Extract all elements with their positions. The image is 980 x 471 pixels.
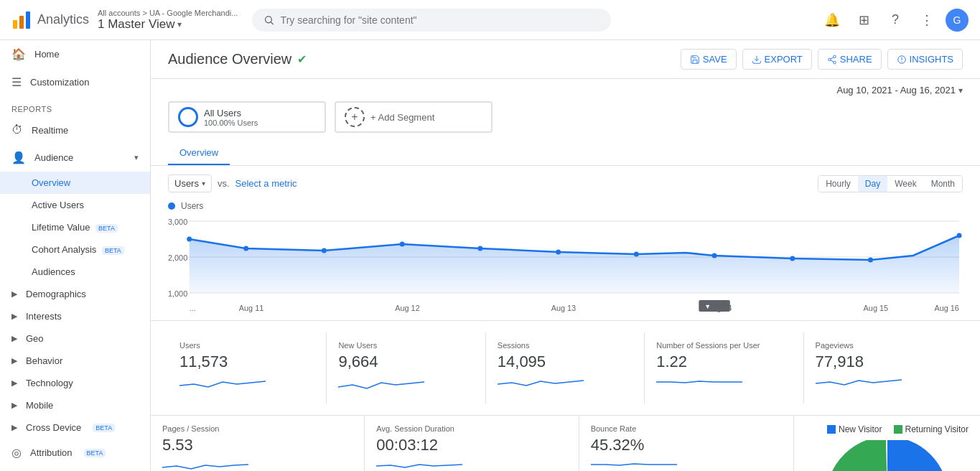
sidebar-item-realtime[interactable]: ⏱ Realtime <box>0 116 150 144</box>
svg-rect-2 <box>26 11 30 29</box>
help-icon[interactable]: ? <box>882 7 908 33</box>
svg-point-12 <box>901 61 902 62</box>
sidebar-item-cross-device[interactable]: ▶ Cross Device BETA <box>0 416 150 439</box>
notifications-icon[interactable]: 🔔 <box>819 7 845 33</box>
account-path: All accounts > UA - Google Merchandi... <box>98 9 238 17</box>
pages-session-label: Pages / Session <box>162 424 353 433</box>
svg-text:Aug 11: Aug 11 <box>239 304 263 312</box>
view-selector[interactable]: 1 Master View ▾ <box>98 17 238 32</box>
time-buttons: Hourly Day Week Month <box>818 175 963 192</box>
svg-text:Aug 16: Aug 16 <box>934 304 958 312</box>
sidebar-item-interests[interactable]: ▶ Interests <box>0 305 150 327</box>
svg-point-26 <box>634 252 639 257</box>
avg-session-sparkline <box>376 454 462 471</box>
pie-chart: 76.4% 23.6% <box>830 440 945 471</box>
metric-users-label: Users <box>179 341 314 350</box>
top-bar: Analytics All accounts > UA - Google Mer… <box>0 0 980 40</box>
svg-point-7 <box>829 58 831 61</box>
returning-visitor-legend: Returning Visitor <box>894 424 969 434</box>
select-metric[interactable]: Select a metric <box>235 178 297 189</box>
metric-sessions-value: 14,095 <box>498 353 633 371</box>
header-actions: SAVE EXPORT SHARE INSIGHTS <box>681 49 963 70</box>
svg-text:...: ... <box>190 304 196 312</box>
metric-dropdown-icon: ▾ <box>202 179 205 187</box>
sidebar-sub-lifetime-value[interactable]: Lifetime Value BETA <box>0 216 150 238</box>
time-btn-day[interactable]: Day <box>858 176 887 192</box>
svg-point-29 <box>868 258 873 263</box>
time-btn-week[interactable]: Week <box>887 176 923 192</box>
sidebar-item-audience[interactable]: 👤 Audience ▾ <box>0 144 150 172</box>
sidebar-item-behavior[interactable]: ▶ Behavior <box>0 350 150 372</box>
metric-bounce-rate: Bounce Rate 45.32% <box>579 416 793 471</box>
sidebar-item-geo[interactable]: ▶ Geo <box>0 327 150 350</box>
metric-users-value: 11,573 <box>179 353 314 371</box>
svg-text:3,000: 3,000 <box>168 218 187 226</box>
metric-selector[interactable]: Users ▾ <box>168 174 212 192</box>
audience-collapse-icon: ▾ <box>134 153 139 162</box>
sidebar-sub-cohort-analysis[interactable]: Cohort Analysis BETA <box>0 238 150 261</box>
metric-avg-session: Avg. Session Duration 00:03:12 <box>365 416 579 471</box>
add-segment[interactable]: + + Add Segment <box>335 101 493 133</box>
sidebar-item-customization[interactable]: ☰ Customization <box>0 68 150 96</box>
svg-point-23 <box>400 242 405 247</box>
new-users-sparkline <box>338 371 424 393</box>
mobile-expand-icon: ▶ <box>11 401 17 410</box>
logo-text: Analytics <box>37 12 89 27</box>
avg-session-label: Avg. Session Duration <box>376 424 566 433</box>
chart-area: Users 3,000 2,000 1,000 <box>151 195 980 320</box>
lifetime-value-beta: BETA <box>95 224 118 233</box>
sidebar-item-home[interactable]: 🏠 Home <box>0 40 150 68</box>
all-users-segment[interactable]: All Users 100.00% Users <box>168 101 326 133</box>
metric-sessions-per-user-value: 1.22 <box>656 353 791 371</box>
time-btn-hourly[interactable]: Hourly <box>818 176 858 192</box>
sidebar-item-demographics[interactable]: ▶ Demographics <box>0 283 150 305</box>
page-title: Audience Overview <box>168 51 291 67</box>
svg-line-4 <box>271 22 274 24</box>
save-button[interactable]: SAVE <box>681 49 737 70</box>
sidebar-item-discover[interactable]: 💡 Discover <box>0 467 150 471</box>
sidebar-sub-overview[interactable]: Overview <box>0 172 150 194</box>
svg-point-22 <box>322 248 327 253</box>
chart-legend: Users <box>168 201 963 211</box>
svg-text:Aug 13: Aug 13 <box>551 304 576 312</box>
metric-pageviews-value: 77,918 <box>816 353 951 371</box>
svg-point-6 <box>834 55 836 58</box>
attribution-icon: ◎ <box>11 446 22 460</box>
sidebar: 🏠 Home ☰ Customization REPORTS ⏱ Realtim… <box>0 40 151 471</box>
time-btn-month[interactable]: Month <box>924 176 962 192</box>
avatar[interactable]: G <box>946 9 969 32</box>
technology-expand-icon: ▶ <box>11 378 17 388</box>
svg-point-20 <box>187 237 192 242</box>
sidebar-sub-active-users[interactable]: Active Users <box>0 194 150 216</box>
page-title-area: Audience Overview ✔ <box>168 51 672 67</box>
top-icons: 🔔 ⊞ ? ⋮ G <box>819 7 969 33</box>
insights-button[interactable]: INSIGHTS <box>887 49 963 70</box>
metrics-grid: Users 11,573 New Users 9,664 Sessions 14… <box>151 320 980 415</box>
sidebar-item-attribution[interactable]: ◎ Attribution BETA <box>0 439 150 467</box>
svg-text:1,000: 1,000 <box>168 289 187 298</box>
ga-logo-icon <box>11 10 32 30</box>
search-icon <box>263 14 274 26</box>
more-icon[interactable]: ⋮ <box>914 7 940 33</box>
tab-overview[interactable]: Overview <box>168 141 230 165</box>
svg-point-27 <box>712 253 717 258</box>
share-button[interactable]: SHARE <box>818 49 882 70</box>
svg-text:2,000: 2,000 <box>168 253 187 262</box>
sessions-per-user-sparkline <box>656 371 742 393</box>
date-range-arrow: ▾ <box>958 85 963 95</box>
svg-line-9 <box>831 60 834 61</box>
apps-icon[interactable]: ⊞ <box>851 7 877 33</box>
audience-icon: 👤 <box>11 151 26 164</box>
svg-point-30 <box>957 233 962 238</box>
line-chart: 3,000 2,000 1,000 <box>168 214 963 318</box>
svg-text:▼: ▼ <box>704 303 711 310</box>
sidebar-item-technology[interactable]: ▶ Technology <box>0 372 150 394</box>
logo: Analytics <box>11 10 89 30</box>
sidebar-sub-audiences[interactable]: Audiences <box>0 261 150 283</box>
main-layout: 🏠 Home ☰ Customization REPORTS ⏱ Realtim… <box>0 40 980 471</box>
export-button[interactable]: EXPORT <box>742 49 812 70</box>
date-range[interactable]: Aug 10, 2021 - Aug 16, 2021 ▾ <box>151 79 980 101</box>
sidebar-item-mobile[interactable]: ▶ Mobile <box>0 394 150 416</box>
search-input[interactable] <box>281 14 600 26</box>
search-bar[interactable] <box>252 9 611 32</box>
